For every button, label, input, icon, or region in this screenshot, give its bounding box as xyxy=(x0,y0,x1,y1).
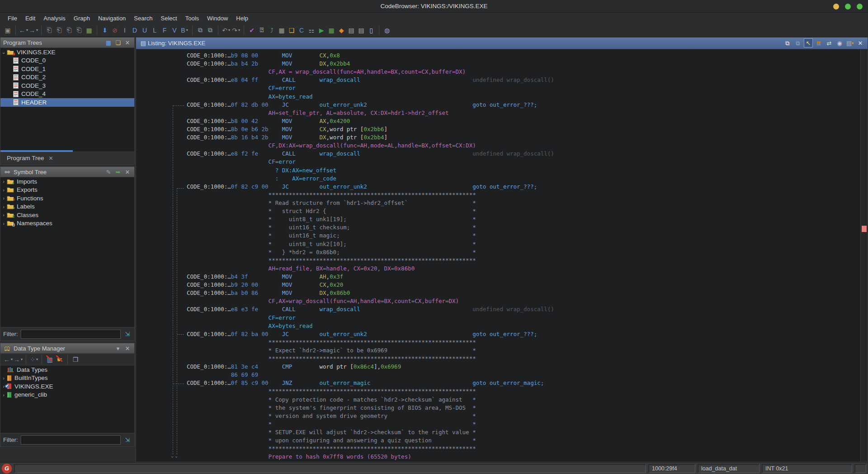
listing-display-icon[interactable]: ▤▾ xyxy=(845,38,854,47)
listing-line-21[interactable]: * uint16_t checksum; * xyxy=(136,223,860,232)
save-icon[interactable]: ▣ xyxy=(3,25,12,35)
validate-icon[interactable]: ✔ xyxy=(247,25,256,35)
tree-item-code_1[interactable]: CODE_1 xyxy=(0,65,134,73)
dtm-filter-arrays-icon[interactable]: ▥ xyxy=(45,355,54,365)
script-doc-icon[interactable]: ▯ xyxy=(367,25,376,35)
listing-line-20[interactable]: * uint8_t unk1[19]; * xyxy=(136,215,860,223)
tree-item-code_4[interactable]: CODE_4 xyxy=(0,90,134,99)
symbol-category-functions[interactable]: ›fFunctions xyxy=(0,194,134,203)
listing-line-31[interactable]: CODE_0:1000:…e8 e3 fe CALL wrap_doscall … xyxy=(136,305,860,313)
edit-symbol-icon[interactable]: ✎ xyxy=(104,168,113,176)
menu-navigation[interactable]: Navigation xyxy=(94,14,130,23)
tab-close-icon[interactable]: ✕ xyxy=(49,155,53,161)
define-B-button[interactable]: B▾ xyxy=(180,25,189,35)
run-script-icon[interactable]: ▶ xyxy=(317,25,326,35)
menu-analysis[interactable]: Analysis xyxy=(39,14,69,23)
define-F-button[interactable]: F xyxy=(160,25,169,35)
define-L-button[interactable]: L xyxy=(150,25,159,35)
menu-file[interactable]: File xyxy=(4,14,21,23)
forward-icon[interactable]: →▾ xyxy=(29,25,38,35)
pointer-down-icon[interactable]: ⬇ xyxy=(100,25,109,35)
listing-line-15[interactable]: : AX=error_code xyxy=(136,175,860,183)
memory-map-icon[interactable]: ▦ xyxy=(327,25,336,35)
cursor-location-toggle[interactable]: ↖ xyxy=(804,38,813,47)
switch-view-icon[interactable]: ⤴ xyxy=(267,25,276,35)
listing-line-48[interactable]: ****************************************… xyxy=(136,445,860,453)
listing-line-37[interactable]: ****************************************… xyxy=(136,355,860,363)
symbol-category-namespaces[interactable]: ›{}Namespaces xyxy=(0,219,134,228)
back-icon[interactable]: ←▾ xyxy=(19,25,28,35)
menu-window[interactable]: Window xyxy=(203,14,232,23)
graph-icon[interactable]: ⚏ xyxy=(307,25,316,35)
listing-line-39[interactable]: 86 69 69 xyxy=(136,371,860,379)
listing-line-13[interactable]: CF=error xyxy=(136,158,860,166)
close-icon[interactable]: ✕ xyxy=(123,344,132,352)
listing-line-22[interactable]: * uint16_t magic; * xyxy=(136,232,860,240)
listing-line-12[interactable]: CODE_0:1000:…e8 f2 fe CALL wrap_doscall … xyxy=(136,150,860,158)
listing-line-44[interactable]: * version and system drive geometry * xyxy=(136,412,860,420)
listing-line-10[interactable]: CODE_0:1000:…8b 16 b4 2b MOV DX,word ptr… xyxy=(136,133,860,142)
listing-line-5[interactable]: AX=bytes_read xyxy=(136,93,860,101)
listing-line-11[interactable]: CF,DX:AX=wrap_doscall(func=AH,mode=AL,ha… xyxy=(136,142,860,150)
listing-line-2[interactable]: CF,AX = wrap_doscall(func=AH,handle=BX,c… xyxy=(136,68,860,76)
snapshot-camera-icon[interactable]: ◉ xyxy=(835,38,844,47)
patch-icon[interactable]: ▦ xyxy=(85,25,94,35)
redo-icon[interactable]: ↷▾ xyxy=(231,25,241,35)
program-trees-header[interactable]: Program Trees ▦❏✕ xyxy=(0,37,135,48)
listing-line-14[interactable]: ? DX:AX=new_offset xyxy=(136,166,860,175)
listing-line-4[interactable]: CF=error xyxy=(136,84,860,92)
listing-line-32[interactable]: CF=error xyxy=(136,314,860,322)
define-U-button[interactable]: U xyxy=(140,25,149,35)
window-control-2[interactable] xyxy=(857,4,863,9)
menu-graph[interactable]: Graph xyxy=(70,14,94,23)
listing-line-25[interactable]: ****************************************… xyxy=(136,256,860,265)
copy-icon[interactable]: ⧉ xyxy=(783,39,792,48)
dtm-filter-input[interactable] xyxy=(21,436,121,445)
create-struct-icon[interactable]: ⧉ xyxy=(196,25,205,35)
define-V-button[interactable]: V xyxy=(170,25,179,35)
symbol-category-imports[interactable]: ›▲Imports xyxy=(0,177,134,186)
edit-struct-icon[interactable]: ⧉ xyxy=(206,25,215,35)
symbol-category-labels[interactable]: ›●Labels xyxy=(0,203,134,211)
diamond-icon[interactable]: ◆ xyxy=(337,25,346,35)
listing-line-30[interactable]: CF,AX=wrap_doscall(func=AH,handle=BX,cou… xyxy=(136,297,860,305)
clear-flow-icon[interactable]: ⎗ xyxy=(65,25,74,35)
listing-line-47[interactable]: * upon configuring and answering a quiz … xyxy=(136,436,860,445)
table-view-icon[interactable]: ▦ xyxy=(277,25,286,35)
menu-select[interactable]: Select xyxy=(157,14,181,23)
close-icon[interactable]: ✕ xyxy=(856,38,865,47)
dtm-item-builtintypes[interactable]: ›BuiltInTypes xyxy=(0,374,134,383)
listing-line-34[interactable]: CODE_0:1000:…0f 82 ba 00 JC out_error_un… xyxy=(136,330,860,338)
menu-search[interactable]: Search xyxy=(130,14,156,23)
listing-line-0[interactable]: CODE_0:1000:…b9 08 00 MOV CX,0x8 xyxy=(136,52,860,60)
filter-config-icon[interactable]: ⇲ xyxy=(123,436,132,444)
listing-line-46[interactable]: * SETUP.EXE will adjust `hdr2->checksum`… xyxy=(136,428,860,436)
program-tree-tab[interactable]: Program Tree ✕ xyxy=(0,152,135,165)
menu-tools[interactable]: Tools xyxy=(181,14,203,23)
listing-line-35[interactable]: ****************************************… xyxy=(136,338,860,346)
listing-line-19[interactable]: * struct Hdr2 { * xyxy=(136,207,860,215)
goto-symbol-icon[interactable]: ➥ xyxy=(114,168,122,176)
listing-line-8[interactable]: CODE_0:1000:…b8 00 42 MOV AX,0x4200 xyxy=(136,117,860,125)
dtm-filter-pointers-icon[interactable]: ☛ xyxy=(55,355,64,365)
dtm-header[interactable]: 🕮 Data Type Manager ▾✕ xyxy=(0,343,135,354)
listing-line-16[interactable]: CODE_0:1000:…0f 82 c9 00 JC out_error_un… xyxy=(136,183,860,191)
listing-line-23[interactable]: * uint8_t unk2[10]; * xyxy=(136,240,860,248)
listing-line-27[interactable]: CODE_0:1000:…b4 3f MOV AH,0x3f xyxy=(136,273,860,281)
dtm-item-generic_clib[interactable]: ›generic_clib xyxy=(0,391,134,399)
repair-icon[interactable]: ⎗ xyxy=(75,25,84,35)
compare-icon[interactable]: ⇄ xyxy=(825,38,834,47)
paste-icon[interactable]: ⧉ xyxy=(793,39,802,48)
listing-line-3[interactable]: CODE_0:1000:…e8 04 ff CALL wrap_doscall … xyxy=(136,76,860,84)
listing-line-18[interactable]: * Read structure from `hdr1->hdr2_offset… xyxy=(136,199,860,207)
menu-edit[interactable]: Edit xyxy=(21,14,39,23)
dtm-forward-icon[interactable]: →▾ xyxy=(14,355,23,365)
symbol-category-exports[interactable]: ›Exports xyxy=(0,186,134,194)
tree-item-header[interactable]: HEADER xyxy=(0,98,134,107)
binary-101-icon[interactable]: ⍰ xyxy=(257,25,266,35)
close-icon[interactable]: ✕ xyxy=(123,38,132,47)
listing-line-40[interactable]: CODE_0:1000:…0f 85 c9 00 JNZ out_error_m… xyxy=(136,379,860,387)
window-control-0[interactable] xyxy=(833,4,839,9)
tree-item-code_3[interactable]: CODE_3 xyxy=(0,81,134,90)
listing-line-41[interactable]: ****************************************… xyxy=(136,387,860,395)
